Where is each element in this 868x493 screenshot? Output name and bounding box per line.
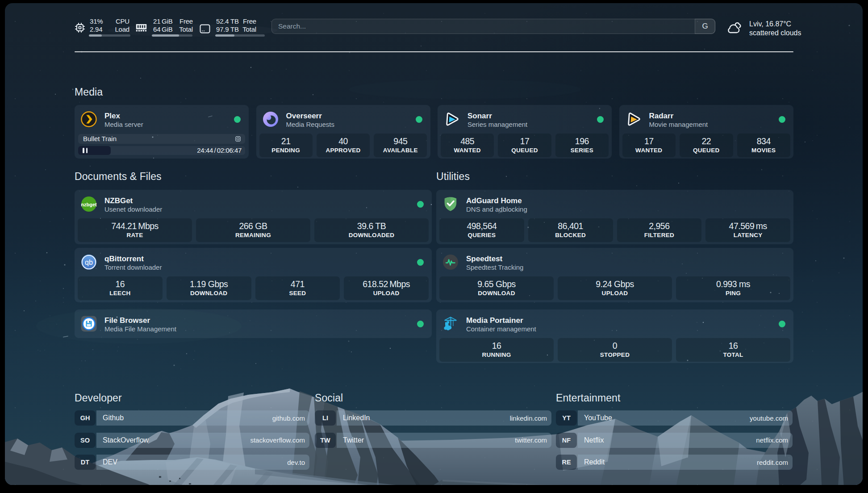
- svg-text:nzbget: nzbget: [81, 202, 97, 207]
- svg-text:qb: qb: [85, 259, 93, 266]
